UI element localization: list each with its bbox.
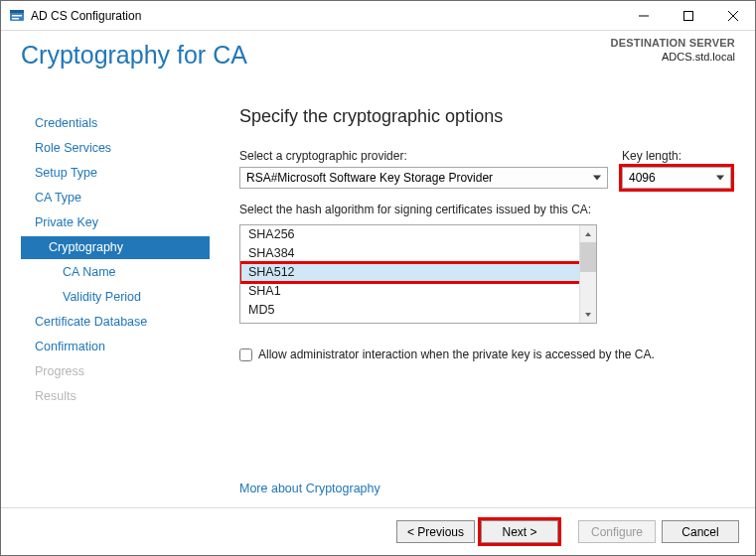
content-heading: Specify the cryptographic options — [239, 106, 731, 127]
next-button[interactable]: Next > — [481, 520, 558, 543]
keylen-select[interactable]: 4096 — [622, 167, 731, 189]
svg-rect-1 — [10, 10, 24, 13]
wizard-step[interactable]: Role Services — [21, 137, 210, 160]
scroll-up-icon[interactable] — [580, 225, 596, 242]
keylen-value: 4096 — [629, 171, 656, 185]
app-icon — [9, 8, 25, 24]
wizard-step[interactable]: Validity Period — [21, 286, 210, 309]
hash-option[interactable]: SHA1 — [240, 282, 596, 301]
wizard-step[interactable]: Setup Type — [21, 162, 210, 185]
wizard-step[interactable]: Private Key — [21, 211, 210, 234]
wizard-step[interactable]: Certificate Database — [21, 311, 210, 334]
wizard-step[interactable]: Credentials — [21, 112, 210, 135]
more-link[interactable]: More about Cryptography — [239, 482, 731, 495]
minimize-button[interactable] — [621, 1, 666, 30]
hash-option[interactable]: SHA256 — [240, 225, 596, 244]
configure-button: Configure — [578, 520, 656, 543]
hash-label: Select the hash algorithm for signing ce… — [239, 203, 731, 216]
cancel-button[interactable]: Cancel — [662, 520, 739, 543]
titlebar: AD CS Configuration — [1, 1, 755, 31]
wizard-nav: CredentialsRole ServicesSetup TypeCA Typ… — [21, 90, 210, 507]
wizard-step: Results — [21, 385, 210, 408]
allow-admin-label: Allow administrator interaction when the… — [258, 348, 655, 361]
hash-option[interactable]: MD5 — [240, 301, 596, 320]
header: Cryptography for CA DESTINATION SERVER A… — [1, 31, 755, 90]
page-heading: Cryptography for CA — [21, 41, 247, 70]
provider-select[interactable]: RSA#Microsoft Software Key Storage Provi… — [239, 167, 608, 189]
provider-value: RSA#Microsoft Software Key Storage Provi… — [246, 171, 493, 185]
wizard-step[interactable]: CA Type — [21, 187, 210, 209]
content: Specify the cryptographic options Select… — [210, 90, 735, 507]
wizard-step: Progress — [21, 360, 210, 383]
hash-option[interactable]: SHA384 — [240, 244, 596, 263]
scroll-thumb[interactable] — [580, 242, 596, 272]
svg-rect-3 — [12, 18, 19, 20]
wizard-step[interactable]: Confirmation — [21, 336, 210, 358]
wizard-step[interactable]: Cryptography — [21, 236, 210, 259]
wizard-step[interactable]: CA Name — [21, 261, 210, 284]
previous-button[interactable]: < Previous — [396, 520, 475, 543]
destination-host: ADCS.std.local — [611, 51, 735, 63]
close-button[interactable] — [710, 1, 755, 30]
provider-label: Select a cryptographic provider: — [239, 149, 608, 163]
destination-label: DESTINATION SERVER — [611, 37, 735, 49]
hash-option[interactable]: SHA512 — [240, 263, 596, 282]
destination-info: DESTINATION SERVER ADCS.std.local — [611, 37, 735, 63]
hash-scrollbar[interactable] — [579, 225, 596, 323]
scroll-down-icon[interactable] — [580, 306, 596, 323]
window-title: AD CS Configuration — [31, 9, 141, 23]
maximize-button[interactable] — [666, 1, 710, 30]
svg-rect-4 — [683, 11, 692, 20]
keylen-label: Key length: — [622, 149, 731, 163]
body: CredentialsRole ServicesSetup TypeCA Typ… — [1, 90, 755, 507]
allow-admin-checkbox[interactable] — [239, 348, 252, 361]
svg-rect-2 — [12, 15, 22, 17]
hash-listbox[interactable]: SHA256SHA384SHA512SHA1MD5 — [239, 224, 597, 324]
footer: < Previous Next > Configure Cancel — [1, 507, 755, 555]
